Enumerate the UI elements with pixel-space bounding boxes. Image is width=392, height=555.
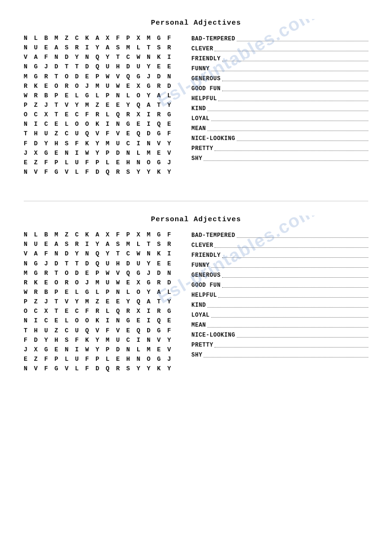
- list-item: LOYAL: [191, 115, 368, 122]
- word-label: PRETTY: [191, 145, 213, 152]
- list-item: PRETTY: [191, 145, 368, 152]
- word-dots: [222, 287, 368, 288]
- word-dots: [218, 297, 368, 298]
- list-item: NICE-LOOKING: [191, 332, 368, 339]
- word-dots: [204, 357, 368, 357]
- list-item: HELPFUL: [191, 95, 368, 102]
- list-item: NICE-LOOKING: [191, 135, 368, 142]
- word-label: KIND: [191, 302, 206, 309]
- list-item: FUNNY: [191, 262, 368, 269]
- puzzle-layout-2: N L B M Z C K A X F P X M G F N U E A S …: [24, 230, 368, 374]
- word-dots: [207, 111, 368, 111]
- word-dots: [215, 347, 368, 348]
- word-list-2: BAD-TEMPEREDCLEVERFRIENDLYFUNNYGENEROUSG…: [191, 230, 368, 374]
- word-list-items-2: BAD-TEMPEREDCLEVERFRIENDLYFUNNYGENEROUSG…: [191, 232, 368, 358]
- puzzle-title-2: Personal Adjectives: [24, 216, 368, 224]
- word-label: BAD-TEMPERED: [191, 232, 235, 239]
- word-dots: [207, 131, 368, 131]
- word-label: PRETTY: [191, 342, 213, 348]
- list-item: MEAN: [191, 322, 368, 329]
- word-label: FRIENDLY: [191, 252, 221, 259]
- list-item: GENEROUS: [191, 272, 368, 279]
- list-item: PRETTY: [191, 342, 368, 348]
- list-item: CLEVER: [191, 46, 368, 52]
- word-label: HELPFUL: [191, 292, 217, 299]
- word-label: CLEVER: [191, 242, 213, 249]
- word-dots: [207, 307, 368, 308]
- section-1: Esl-printables.com Personal Adjectives N…: [24, 19, 368, 196]
- list-item: BAD-TEMPERED: [191, 232, 368, 239]
- word-grid-1: N L B M Z C K A X F P X M G F N U E A S …: [24, 34, 172, 177]
- word-label: SHY: [191, 352, 202, 358]
- section-divider: [24, 201, 368, 201]
- list-item: LOYAL: [191, 312, 368, 319]
- word-dots: [222, 81, 368, 81]
- word-dots: [237, 337, 368, 338]
- word-dots: [222, 277, 368, 278]
- word-label: NICE-LOOKING: [191, 135, 235, 142]
- word-dots: [237, 237, 368, 238]
- word-dots: [222, 61, 368, 61]
- word-label: GENEROUS: [191, 75, 221, 82]
- word-list-1: BAD-TEMPEREDCLEVERFRIENDLYFUNNYGENEROUSG…: [191, 34, 368, 177]
- word-label: MEAN: [191, 322, 206, 329]
- list-item: FRIENDLY: [191, 252, 368, 259]
- word-label: GOOD FUN: [191, 85, 221, 92]
- word-dots: [207, 327, 368, 328]
- word-label: CLEVER: [191, 46, 213, 52]
- word-label: GENEROUS: [191, 272, 221, 279]
- word-label: BAD-TEMPERED: [191, 36, 235, 42]
- grid-area-2: N L B M Z C K A X F P X M G F N U E A S …: [24, 230, 172, 374]
- list-item: SHY: [191, 352, 368, 358]
- list-item: BAD-TEMPERED: [191, 36, 368, 42]
- puzzle-title-1: Personal Adjectives: [24, 19, 368, 27]
- section-2: Esl-printables.com Personal Adjectives N…: [24, 216, 368, 393]
- word-dots: [215, 51, 368, 51]
- word-dots: [218, 101, 368, 101]
- word-dots: [237, 41, 368, 41]
- word-dots: [222, 91, 368, 91]
- word-label: FRIENDLY: [191, 56, 221, 62]
- list-item: MEAN: [191, 125, 368, 132]
- puzzle-layout-1: N L B M Z C K A X F P X M G F N U E A S …: [24, 34, 368, 177]
- list-item: GOOD FUN: [191, 85, 368, 92]
- word-label: MEAN: [191, 125, 206, 132]
- word-label: LOYAL: [191, 312, 210, 319]
- grid-area-1: N L B M Z C K A X F P X M G F N U E A S …: [24, 34, 172, 177]
- word-dots: [215, 247, 368, 248]
- word-label: FUNNY: [191, 66, 210, 72]
- list-item: FRIENDLY: [191, 56, 368, 62]
- word-grid-2: N L B M Z C K A X F P X M G F N U E A S …: [24, 230, 172, 374]
- list-item: CLEVER: [191, 242, 368, 249]
- word-list-items-1: BAD-TEMPEREDCLEVERFRIENDLYFUNNYGENEROUSG…: [191, 36, 368, 162]
- word-label: LOYAL: [191, 115, 210, 122]
- list-item: FUNNY: [191, 66, 368, 72]
- list-item: KIND: [191, 302, 368, 309]
- word-dots: [211, 317, 368, 318]
- word-label: KIND: [191, 105, 206, 112]
- word-dots: [237, 141, 368, 141]
- worksheet: Esl-printables.com Personal Adjectives N…: [24, 19, 368, 393]
- list-item: SHY: [191, 155, 368, 162]
- word-label: SHY: [191, 155, 202, 162]
- word-dots: [211, 121, 368, 121]
- list-item: HELPFUL: [191, 292, 368, 299]
- word-dots: [204, 160, 368, 161]
- list-item: GOOD FUN: [191, 282, 368, 289]
- list-item: KIND: [191, 105, 368, 112]
- word-dots: [211, 267, 368, 268]
- word-dots: [222, 257, 368, 258]
- word-label: HELPFUL: [191, 95, 217, 102]
- word-label: FUNNY: [191, 262, 210, 269]
- word-label: GOOD FUN: [191, 282, 221, 289]
- word-label: NICE-LOOKING: [191, 332, 235, 339]
- word-dots: [211, 71, 368, 71]
- word-dots: [215, 151, 368, 151]
- list-item: GENEROUS: [191, 75, 368, 82]
